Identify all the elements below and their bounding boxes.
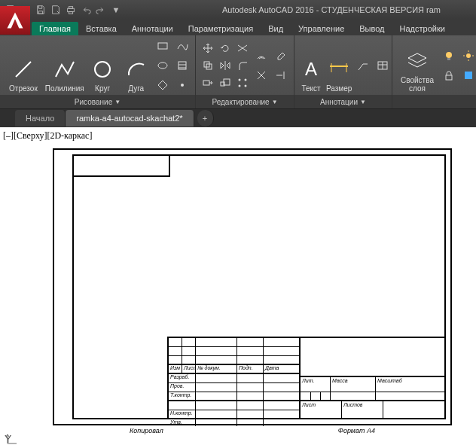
tb-lit: Лит. bbox=[301, 377, 331, 392]
polyline-label: Полилиния bbox=[45, 84, 84, 93]
panel-title-draw[interactable]: Рисование▼ bbox=[0, 95, 195, 108]
spline-icon[interactable] bbox=[174, 38, 191, 54]
ellipse-icon[interactable] bbox=[154, 57, 171, 74]
doctab-start[interactable]: Начало bbox=[15, 110, 66, 126]
drawing-canvas[interactable]: [–][Сверху][2D-каркас] ИзмЛист№ докум.По… bbox=[0, 127, 476, 448]
mirror-icon[interactable] bbox=[218, 58, 233, 73]
tb-sheets: Листов bbox=[342, 401, 383, 419]
panel-title-modify[interactable]: Редактирование▼ bbox=[196, 95, 294, 108]
scale-icon[interactable] bbox=[218, 75, 233, 90]
stretch-icon[interactable] bbox=[200, 75, 215, 90]
sheet-footer: Копировал Формат A4 bbox=[54, 427, 450, 434]
tab-home[interactable]: Главная bbox=[32, 22, 78, 35]
tab-manage[interactable]: Управление bbox=[291, 22, 352, 35]
hatch-icon[interactable] bbox=[174, 57, 191, 74]
svg-rect-41 bbox=[465, 72, 472, 79]
app-menu-button[interactable] bbox=[0, 6, 30, 35]
panel-title-annot[interactable]: Аннотации▼ bbox=[294, 95, 392, 108]
tb-date: Дата bbox=[264, 365, 301, 373]
footer-format: Формат A4 bbox=[338, 427, 375, 434]
modify-extra-grid bbox=[253, 47, 289, 84]
trim-icon[interactable] bbox=[235, 41, 250, 56]
circle-button[interactable]: Круг bbox=[87, 38, 118, 93]
svg-point-33 bbox=[446, 52, 452, 58]
tab-parametric[interactable]: Параметризация bbox=[181, 22, 261, 35]
svg-point-5 bbox=[95, 62, 110, 77]
footer-copied: Копировал bbox=[130, 427, 163, 434]
dimension-icon bbox=[327, 57, 351, 81]
tb-designation bbox=[301, 338, 444, 377]
svg-marker-11 bbox=[158, 81, 167, 90]
svg-marker-15 bbox=[221, 62, 224, 69]
svg-point-22 bbox=[239, 84, 241, 87]
tab-annotate[interactable]: Аннотации bbox=[124, 22, 181, 35]
rectangle-icon[interactable] bbox=[154, 38, 171, 54]
layer-extra bbox=[441, 47, 476, 84]
text-label: Текст bbox=[301, 84, 320, 93]
ucs-icon[interactable]: Y bbox=[5, 433, 11, 445]
ribbon-tabs: Главная Вставка Аннотации Параметризация… bbox=[0, 19, 476, 35]
dimension-button[interactable]: Размер bbox=[326, 38, 352, 93]
move-icon[interactable] bbox=[200, 41, 215, 56]
array-icon[interactable] bbox=[235, 75, 250, 90]
viewport-label[interactable]: [–][Сверху][2D-каркас] bbox=[3, 130, 92, 142]
explode-icon[interactable] bbox=[253, 67, 270, 84]
point-icon[interactable] bbox=[174, 77, 191, 93]
undo-icon[interactable] bbox=[80, 4, 92, 16]
tab-view[interactable]: Вид bbox=[261, 22, 291, 35]
sun-icon[interactable] bbox=[460, 47, 476, 64]
text-button[interactable]: A Текст bbox=[299, 38, 323, 93]
ribbon: Отрезок Полилиния Круг Дуга bbox=[0, 35, 476, 109]
color-icon[interactable] bbox=[460, 67, 476, 84]
copy-icon[interactable] bbox=[200, 58, 215, 73]
binding-field bbox=[72, 154, 170, 177]
modify-grid bbox=[200, 41, 250, 90]
lock-icon[interactable] bbox=[441, 67, 457, 84]
tb-org bbox=[383, 401, 444, 419]
tb-sign: Подп. bbox=[237, 365, 264, 373]
offset-icon[interactable] bbox=[253, 47, 270, 64]
svg-point-20 bbox=[239, 78, 241, 81]
title-bar: ▼ Autodesk AutoCAD 2016 - СТУДЕНЧЕСКАЯ В… bbox=[0, 0, 476, 19]
arc-icon bbox=[124, 57, 148, 81]
extend-icon[interactable] bbox=[273, 67, 289, 84]
dimension-label: Размер bbox=[326, 84, 352, 93]
line-label: Отрезок bbox=[9, 84, 38, 93]
lightbulb-icon[interactable] bbox=[441, 47, 457, 64]
tb-mass: Масса bbox=[331, 377, 376, 392]
leader-icon[interactable] bbox=[355, 57, 371, 74]
line-icon bbox=[11, 57, 35, 81]
svg-rect-40 bbox=[446, 75, 452, 80]
polyline-button[interactable]: Полилиния bbox=[45, 38, 84, 93]
qat-dropdown-icon[interactable]: ▼ bbox=[110, 4, 122, 16]
polygon-icon[interactable] bbox=[154, 77, 171, 93]
tab-addins[interactable]: Надстройки bbox=[392, 22, 453, 35]
svg-point-21 bbox=[245, 78, 247, 81]
tb-razrab: Разраб. bbox=[169, 374, 196, 382]
svg-point-35 bbox=[466, 53, 471, 58]
doctab-new[interactable]: + bbox=[197, 110, 214, 126]
saveas-icon[interactable] bbox=[50, 4, 62, 16]
table-icon[interactable] bbox=[374, 57, 391, 74]
doctab-active[interactable]: ramka-a4-autocad-skachat2* bbox=[66, 110, 194, 126]
save-icon[interactable] bbox=[35, 4, 47, 16]
tb-sheet: Лист bbox=[301, 401, 342, 419]
svg-text:A: A bbox=[305, 59, 317, 79]
svg-rect-2 bbox=[69, 6, 72, 8]
redo-icon[interactable] bbox=[95, 4, 107, 16]
erase-icon[interactable] bbox=[273, 47, 289, 64]
arc-label: Дуга bbox=[128, 84, 144, 93]
rotate-icon[interactable] bbox=[218, 41, 233, 56]
panel-title-layers[interactable] bbox=[392, 95, 476, 108]
line-button[interactable]: Отрезок bbox=[5, 38, 42, 93]
print-icon[interactable] bbox=[65, 4, 77, 16]
circle-label: Круг bbox=[95, 84, 110, 93]
title-block: ИзмЛист№ докум.Подп.Дата Разраб. Пров. Т… bbox=[167, 337, 446, 419]
document-tabs: Начало ramka-a4-autocad-skachat2* + bbox=[0, 109, 476, 127]
tab-output[interactable]: Вывод bbox=[352, 22, 392, 35]
annot-extra bbox=[355, 57, 391, 74]
tab-insert[interactable]: Вставка bbox=[78, 22, 124, 35]
fillet-icon[interactable] bbox=[235, 58, 250, 73]
layer-properties-button[interactable]: Свойства слоя bbox=[397, 38, 438, 93]
arc-button[interactable]: Дуга bbox=[121, 38, 151, 93]
